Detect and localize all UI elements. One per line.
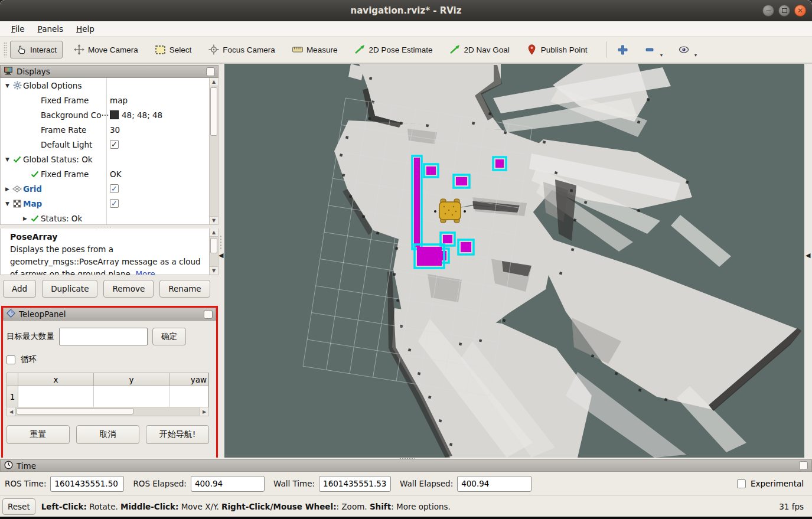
tool-interact[interactable]: Interact	[10, 41, 63, 58]
scrollbar-thumb[interactable]	[210, 87, 217, 136]
loop-checkbox[interactable]	[6, 355, 15, 364]
waypoint-table-hscrollbar[interactable]: ◀ ▶	[6, 407, 209, 416]
splitter-handle[interactable]	[0, 458, 812, 459]
scroll-down-icon[interactable]: ▼	[210, 266, 218, 275]
goal-count-input[interactable]	[59, 328, 148, 345]
reset-nav-button[interactable]: 重置	[6, 425, 70, 444]
wall-time-input[interactable]	[319, 476, 391, 492]
wall-elapsed-input[interactable]	[457, 476, 531, 492]
add-button[interactable]: Add	[3, 280, 36, 298]
tree-row-map[interactable]: ▼Map✓	[1, 196, 218, 211]
chevron-right-icon[interactable]: ▶	[4, 186, 11, 192]
tool-move-camera[interactable]: Move Camera	[68, 41, 144, 58]
maximize-button[interactable]	[778, 5, 790, 17]
table-cell[interactable]	[18, 386, 94, 407]
scroll-right-icon[interactable]: ▶	[200, 407, 208, 416]
tree-row-default-light[interactable]: Default Light✓	[1, 137, 218, 152]
tree-row-background-co-[interactable]: Background Co···48; 48; 48	[1, 107, 218, 122]
remove-button[interactable]: Remove	[103, 280, 154, 298]
toolbar-drag-handle[interactable]	[4, 42, 7, 57]
mouse-hint-text: Left-Click: Rotate. Middle-Click: Move X…	[41, 502, 451, 511]
table-cell[interactable]	[169, 386, 208, 407]
tool-focus-camera[interactable]: Focus Camera	[203, 41, 281, 58]
collapse-left-icon[interactable]: ◀	[219, 252, 223, 259]
tool-label: Interact	[30, 45, 57, 54]
close-button[interactable]: ✕	[794, 5, 806, 17]
scroll-up-icon[interactable]: ▲	[210, 229, 218, 237]
vertical-splitter[interactable]: ◀	[219, 64, 224, 458]
color-swatch[interactable]	[110, 110, 119, 119]
ros-elapsed-input[interactable]	[191, 476, 265, 492]
panel-float-button[interactable]	[799, 461, 808, 470]
tool-2d-nav-goal[interactable]: 2D Nav Goal	[443, 41, 515, 58]
scrollbar-thumb[interactable]	[210, 238, 217, 253]
scrollbar-thumb[interactable]	[17, 408, 133, 414]
tree-value[interactable]: map	[106, 93, 218, 107]
table-cell[interactable]	[94, 386, 169, 407]
scroll-left-icon[interactable]: ◀	[7, 407, 16, 416]
panel-float-button[interactable]	[206, 67, 215, 76]
chevron-down-icon[interactable]: ▼	[4, 83, 11, 89]
row-header[interactable]: 1	[7, 386, 18, 407]
time-panel-header[interactable]: Time	[0, 459, 812, 472]
menu-panels[interactable]: Panels	[32, 23, 69, 35]
3d-viewport[interactable]	[224, 64, 804, 458]
teleop-panel-title: TeleopPanel	[19, 309, 66, 319]
enable-checkbox[interactable]: ✓	[110, 184, 119, 193]
tree-row-frame-rate[interactable]: Frame Rate30	[1, 122, 218, 137]
minimize-button[interactable]: −	[762, 5, 774, 17]
menu-help[interactable]: Help	[71, 23, 100, 35]
tool-2d-pose-estimate[interactable]: 2D Pose Estimate	[348, 41, 438, 58]
tree-value[interactable]: ✓	[106, 196, 218, 211]
experimental-checkbox[interactable]	[737, 479, 746, 488]
cancel-nav-button[interactable]: 取消	[76, 425, 139, 444]
tree-value[interactable]: ✓	[106, 181, 218, 196]
scroll-down-icon[interactable]: ▼	[210, 216, 218, 224]
reset-button[interactable]: Reset	[2, 498, 35, 515]
duplicate-button[interactable]: Duplicate	[42, 280, 97, 298]
tree-row-fixed-frame[interactable]: Fixed FrameOK	[1, 167, 218, 181]
tree-row-status-ok[interactable]: ▶Status: Ok	[1, 211, 218, 225]
tool-measure[interactable]: Measure	[286, 41, 344, 58]
tree-row-global-status-ok[interactable]: ▼Global Status: Ok	[1, 152, 218, 167]
zoom-out-button[interactable]: ▼	[640, 43, 667, 57]
enable-checkbox[interactable]: ✓	[110, 199, 119, 208]
rename-button[interactable]: Rename	[159, 280, 210, 298]
view-options-button[interactable]: ▼	[674, 43, 701, 57]
zoom-in-button[interactable]	[614, 43, 632, 57]
chevron-down-icon[interactable]: ▼	[4, 201, 11, 207]
tree-value[interactable]: ✓	[106, 137, 218, 152]
tool-select[interactable]: Select	[149, 41, 198, 58]
tree-value[interactable]: 30	[106, 122, 218, 137]
chevron-right-icon[interactable]: ▶	[21, 216, 29, 221]
tree-row-grid[interactable]: ▶Grid✓	[1, 181, 218, 196]
chevron-down-icon[interactable]: ▼	[694, 53, 698, 57]
right-splitter[interactable]: ◀	[804, 64, 812, 458]
displays-scrollbar[interactable]: ▲ ▼	[209, 78, 218, 224]
tree-row-global-options[interactable]: ▼Global Options	[1, 78, 218, 93]
chevron-down-icon[interactable]: ▼	[4, 156, 11, 162]
enable-checkbox[interactable]: ✓	[110, 140, 119, 149]
tree-value[interactable]: 48; 48; 48	[106, 107, 218, 122]
waypoint-table[interactable]: xyyaw1	[6, 373, 209, 407]
teleop-panel-header[interactable]: TeleopPanel	[3, 308, 216, 321]
panel-float-button[interactable]	[204, 310, 213, 319]
tool-publish-point[interactable]: Publish Point	[521, 41, 593, 58]
table-header-row: xyyaw	[7, 373, 208, 386]
chevron-down-icon[interactable]: ▼	[660, 53, 664, 57]
column-header-x[interactable]: x	[18, 373, 94, 386]
collapse-right-icon[interactable]: ◀	[806, 252, 810, 259]
scroll-up-icon[interactable]: ▲	[210, 78, 218, 86]
confirm-button[interactable]: 确定	[152, 328, 186, 345]
menu-file[interactable]: File	[6, 23, 30, 35]
description-scrollbar[interactable]: ▲ ▼	[209, 229, 218, 275]
column-header-y[interactable]: y	[94, 373, 169, 386]
titlebar[interactable]: navigation.rviz* - RViz − ✕	[0, 0, 812, 21]
column-header-yaw[interactable]: yaw	[169, 373, 208, 386]
start-nav-button[interactable]: 开始导航!	[146, 425, 209, 444]
tree-value[interactable]: OK	[106, 167, 218, 181]
tree-row-fixed-frame[interactable]: Fixed Framemap	[1, 93, 218, 107]
displays-panel-header[interactable]: Displays	[0, 65, 219, 78]
ros-time-input[interactable]	[50, 476, 124, 492]
teleop-panel: TeleopPanel 目标最大数量 确定 循环 xyya	[3, 308, 216, 461]
